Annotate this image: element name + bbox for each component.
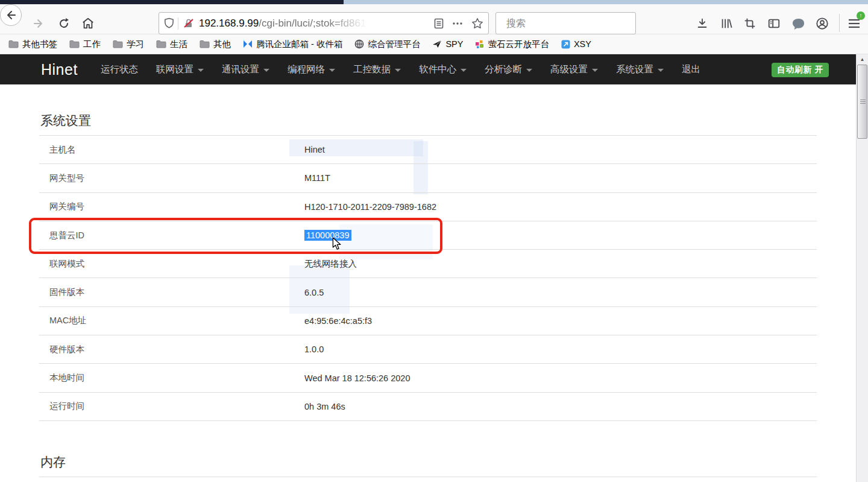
library-button[interactable] <box>719 16 734 31</box>
nav-item-label: 分析诊断 <box>485 63 522 76</box>
row-label: 主机名 <box>49 144 76 156</box>
bookmark-star-icon[interactable] <box>471 17 483 30</box>
bookmark-item[interactable]: 其他书签 <box>8 39 57 50</box>
bookmark-label: XSY <box>574 39 591 49</box>
nav-item[interactable]: 联网设置 <box>156 63 204 76</box>
row-label: 硬件版本 <box>49 344 84 355</box>
bookmark-item[interactable]: 萤石云开放平台 <box>475 39 549 50</box>
scrollbar-up-arrow-icon[interactable]: ▲ <box>857 54 868 65</box>
row-value[interactable]: e4:95:6e:4c:a5:f3 <box>304 316 372 326</box>
xsy-icon <box>561 40 570 49</box>
insecure-lock-icon <box>183 18 194 29</box>
download-icon <box>696 17 709 30</box>
nav-item[interactable]: 编程网络 <box>288 63 335 76</box>
bookmark-item[interactable]: 综合管理平台 <box>354 39 420 50</box>
row-value[interactable]: 0h 3m 46s <box>304 402 345 411</box>
auto-refresh-badge[interactable]: 自动刷新 开 <box>772 63 829 77</box>
row-value[interactable]: 1.0.0 <box>304 344 324 354</box>
chevron-down-icon <box>526 69 532 72</box>
row-label: 联网模式 <box>49 258 84 270</box>
chevron-down-icon <box>592 69 598 72</box>
chevron-down-icon <box>263 69 269 72</box>
bookmark-item[interactable]: 工作 <box>69 39 101 50</box>
home-button[interactable] <box>81 16 95 31</box>
row-value[interactable]: M111T <box>304 173 330 183</box>
spy-icon <box>432 40 442 48</box>
nav-item[interactable]: 软件中心 <box>419 63 467 76</box>
scrollbar-thumb[interactable] <box>857 65 867 139</box>
back-button[interactable] <box>0 4 22 26</box>
nav-item[interactable]: 通讯设置 <box>222 63 269 76</box>
account-button[interactable] <box>815 16 829 31</box>
forward-button[interactable] <box>31 16 46 31</box>
bookmark-item[interactable]: 学习 <box>113 39 144 50</box>
row-value[interactable]: 无线网络接入 <box>304 258 357 270</box>
nav-item[interactable]: 运行状态 <box>101 63 138 76</box>
menu-button[interactable]: ↑ <box>846 15 863 32</box>
url-path: /cgi-bin/luci/;stok=fd8611 <box>259 17 371 30</box>
nav-item[interactable]: 分析诊断 <box>485 63 532 76</box>
sidebar-button[interactable] <box>767 16 781 31</box>
globe-icon <box>354 39 364 49</box>
downloads-button[interactable] <box>695 16 709 31</box>
browser-toolbar: 192.168.9.99/cgi-bin/luci/;stok=fd8611 <box>0 4 868 34</box>
nav-item-label: 编程网络 <box>288 63 325 76</box>
settings-table: 主机名Hinet网关型号M111T网关编号H120-1710-2011-2209… <box>39 135 817 421</box>
row-value[interactable]: Wed Mar 18 12:56:26 2020 <box>304 373 410 383</box>
reader-mode-icon[interactable] <box>434 18 444 29</box>
bookmark-item[interactable]: 生活 <box>156 39 187 50</box>
bookmark-label: 综合管理平台 <box>368 39 420 50</box>
account-icon <box>816 17 829 30</box>
screenshot-crop-icon <box>743 17 756 30</box>
folder-icon <box>8 40 19 48</box>
url-host: 192.168.9.99 <box>199 17 259 29</box>
nav-menu: 运行状态联网设置通讯设置编程网络工控数据软件中心分析诊断高级设置系统设置退出 <box>101 63 719 76</box>
bookmark-item[interactable]: 腾讯企业邮箱 - 收件箱 <box>243 39 342 50</box>
nav-item[interactable]: 退出 <box>682 63 700 76</box>
nav-item[interactable]: 高级设置 <box>550 63 598 76</box>
hamburger-icon <box>848 18 861 29</box>
chevron-down-icon <box>198 69 204 72</box>
row-value[interactable]: 6.0.5 <box>304 288 324 297</box>
mouse-cursor <box>332 237 342 250</box>
folder-icon <box>156 40 166 48</box>
nav-item-label: 运行状态 <box>101 63 138 76</box>
site-logo[interactable]: Hinet <box>41 61 78 78</box>
url-text[interactable]: 192.168.9.99/cgi-bin/luci/;stok=fd8611 <box>199 17 430 30</box>
screenshot-button[interactable] <box>743 16 757 31</box>
tencent-mail-icon <box>243 40 253 48</box>
nav-item-label: 通讯设置 <box>222 63 259 76</box>
row-label: 固件版本 <box>49 287 84 298</box>
library-icon <box>720 17 733 30</box>
search-input[interactable] <box>506 18 631 29</box>
settings-row: 硬件版本1.0.0 <box>39 335 817 363</box>
divider <box>178 17 178 30</box>
url-bar[interactable]: 192.168.9.99/cgi-bin/luci/;stok=fd8611 <box>159 12 489 34</box>
reload-button[interactable] <box>57 16 71 31</box>
bookmark-label: 其他书签 <box>22 39 57 50</box>
annotation-red-box <box>29 218 442 254</box>
settings-row: 固件版本6.0.5 <box>39 277 817 306</box>
bookmark-label: 萤石云开放平台 <box>488 39 549 50</box>
row-label: 运行时间 <box>49 401 84 412</box>
row-value[interactable]: H120-1710-2011-2209-7989-1682 <box>304 202 436 212</box>
row-value[interactable]: Hinet <box>304 145 325 154</box>
tracking-shield-icon <box>164 17 174 29</box>
bookmark-item[interactable]: 其他 <box>200 39 231 50</box>
messages-button[interactable] <box>791 16 805 31</box>
search-bar[interactable] <box>495 12 636 34</box>
nav-item[interactable]: 系统设置 <box>616 63 664 76</box>
active-tab-sliver[interactable] <box>0 0 344 4</box>
page-scrollbar[interactable]: ▲ <box>856 54 868 482</box>
row-label: 本地时间 <box>49 372 84 384</box>
bookmark-item[interactable]: XSY <box>561 39 591 49</box>
page-actions-icon[interactable] <box>452 22 463 25</box>
nav-item[interactable]: 工控数据 <box>353 63 401 76</box>
settings-row: 网关型号M111T <box>39 163 817 192</box>
settings-row: 主机名Hinet <box>39 135 817 163</box>
folder-icon <box>200 40 210 48</box>
folder-icon <box>69 40 80 48</box>
speech-bubble-icon <box>791 17 805 30</box>
bookmark-item[interactable]: SPY <box>432 39 463 49</box>
nav-item-label: 软件中心 <box>419 63 456 76</box>
